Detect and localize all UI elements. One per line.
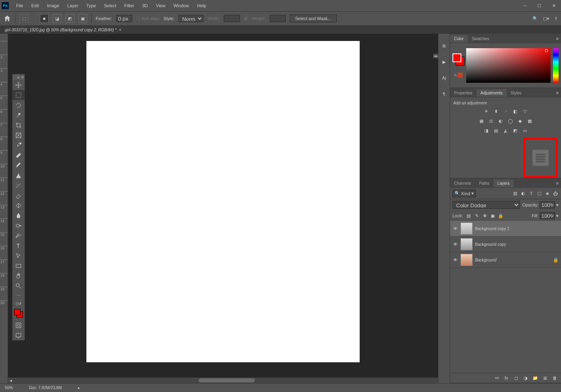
eyedropper-tool[interactable] <box>12 140 25 150</box>
group-icon[interactable]: 📁 <box>532 375 538 381</box>
quick-mask-tool[interactable] <box>12 320 25 330</box>
brush-tool[interactable] <box>12 160 25 170</box>
share-icon[interactable]: ⇪ <box>554 16 558 21</box>
posterize-icon[interactable]: ▤ <box>492 127 500 134</box>
blur-tool[interactable] <box>12 210 25 220</box>
adjustment-layer-icon[interactable]: ◑ <box>522 375 529 381</box>
visibility-icon[interactable]: 👁 <box>452 226 458 231</box>
invert-icon[interactable]: ◨ <box>483 127 490 134</box>
paths-tab[interactable]: Paths <box>475 180 493 187</box>
color-balance-icon[interactable]: ⚖ <box>487 117 495 125</box>
lasso-tool[interactable] <box>12 100 25 110</box>
visibility-icon[interactable]: 👁 <box>452 241 458 247</box>
layer-thumbnail[interactable] <box>461 238 473 250</box>
menu-help[interactable]: Help <box>194 2 210 10</box>
screen-mode-tool[interactable] <box>12 330 25 340</box>
new-layer-icon[interactable]: ⊞ <box>542 375 548 381</box>
color-tab[interactable]: Color <box>450 35 468 43</box>
select-and-mask-button[interactable]: Select and Mask... <box>290 14 337 22</box>
healing-brush-tool[interactable] <box>12 150 25 160</box>
marquee-tool-preset[interactable]: ⬚ <box>20 14 29 23</box>
photo-filter-icon[interactable]: ◯ <box>507 117 514 125</box>
filter-adjustment-icon[interactable]: ◐ <box>520 190 526 197</box>
layer-item[interactable]: 👁 Background copy <box>450 237 561 252</box>
move-tool[interactable] <box>12 80 25 90</box>
layers-tab[interactable]: Layers <box>493 180 514 187</box>
fill-chevron[interactable]: ▾ <box>556 213 559 218</box>
menu-3d[interactable]: 3D <box>139 2 151 10</box>
layer-mask-icon[interactable]: ◻ <box>513 375 519 381</box>
lock-transparent-icon[interactable]: ▨ <box>465 212 472 219</box>
magic-wand-tool[interactable] <box>12 110 25 120</box>
panel-menu-icon[interactable]: ≡ <box>554 36 561 41</box>
menu-layer[interactable]: Layer <box>64 2 82 10</box>
layer-item[interactable]: 👁 Background copy 2 <box>450 221 561 237</box>
minimize-button[interactable]: ─ <box>519 2 530 10</box>
menu-view[interactable]: View <box>153 2 169 10</box>
character-panel-icon[interactable]: A| <box>440 74 448 82</box>
hand-tool[interactable] <box>12 271 25 281</box>
canvas[interactable] <box>86 41 360 362</box>
style-select[interactable]: Normal <box>178 15 203 22</box>
threshold-icon[interactable]: ◭ <box>502 127 509 134</box>
brightness-contrast-icon[interactable]: ☀ <box>483 108 490 115</box>
horizontal-scrollbar[interactable]: ◂ <box>8 378 438 383</box>
layer-name[interactable]: Background copy 2 <box>475 227 559 231</box>
channels-tab[interactable]: Channels <box>450 180 475 187</box>
maximize-button[interactable]: ☐ <box>534 2 545 10</box>
scroll-left-icon[interactable]: ◂ <box>8 378 14 383</box>
menu-edit[interactable]: Edit <box>28 2 42 10</box>
delete-layer-icon[interactable]: 🗑 <box>551 375 558 381</box>
actions-panel-icon[interactable]: ▶ <box>440 58 448 66</box>
type-tool[interactable]: T <box>12 241 25 251</box>
filter-pixel-icon[interactable]: ▨ <box>512 190 518 197</box>
layer-thumbnail[interactable] <box>461 223 473 235</box>
levels-icon[interactable]: ⬍ <box>492 108 500 115</box>
feather-input[interactable] <box>116 15 132 22</box>
new-selection-button[interactable]: ■ <box>40 14 49 23</box>
lock-artboard-icon[interactable]: ▣ <box>489 212 496 219</box>
canvas-area[interactable] <box>8 34 438 383</box>
color-field[interactable] <box>466 48 551 83</box>
blend-mode-select[interactable]: Color Dodge <box>452 201 520 209</box>
marquee-tool[interactable] <box>12 90 25 100</box>
layer-style-icon[interactable]: fx <box>503 375 510 381</box>
history-panel-icon[interactable]: ⧉ <box>440 42 448 50</box>
filter-shape-icon[interactable]: ▢ <box>536 190 543 197</box>
opacity-chevron[interactable]: ▾ <box>556 202 559 208</box>
visibility-icon[interactable]: 👁 <box>452 257 458 263</box>
frame-tool[interactable] <box>12 130 25 140</box>
menu-window[interactable]: Window <box>170 2 192 10</box>
clone-stamp-tool[interactable] <box>12 170 25 180</box>
lock-position-icon[interactable]: ✥ <box>481 212 488 219</box>
swap-colors-icon[interactable]: ◻↺ <box>12 301 25 306</box>
toolbox-header[interactable]: »× <box>12 74 25 80</box>
add-selection-button[interactable]: ◪ <box>53 14 61 23</box>
exposure-icon[interactable]: ◧ <box>512 108 519 115</box>
curves-icon[interactable]: ⟋ <box>502 108 509 115</box>
rectangle-tool[interactable] <box>12 261 25 271</box>
lock-image-icon[interactable]: ✎ <box>473 212 480 219</box>
panel-menu-icon[interactable]: ≡ <box>554 181 561 186</box>
black-white-icon[interactable]: ◐ <box>497 117 504 125</box>
search-icon[interactable]: 🔍 <box>532 16 538 21</box>
filter-type-icon[interactable]: T <box>528 190 534 197</box>
layer-name[interactable]: Background copy <box>475 242 559 247</box>
hue-slider[interactable] <box>553 48 559 83</box>
zoom-level[interactable]: 50% <box>5 386 13 390</box>
pen-tool[interactable] <box>12 231 25 241</box>
gradient-tool[interactable] <box>12 200 25 210</box>
doc-size[interactable]: Doc: 7,92M/23,8M <box>29 386 62 390</box>
lock-all-icon[interactable]: 🔒 <box>498 212 504 219</box>
filter-smart-icon[interactable]: ◈ <box>544 190 551 197</box>
home-icon[interactable] <box>3 14 11 22</box>
workspace-switcher-icon[interactable]: ▢▾ <box>543 16 549 21</box>
menu-select[interactable]: Select <box>101 2 120 10</box>
color-lookup-icon[interactable]: ▩ <box>526 117 533 125</box>
menu-type[interactable]: Type <box>83 2 99 10</box>
link-layers-icon[interactable]: ⚯ <box>493 375 500 381</box>
expand-panels-icon[interactable]: ◂◂ <box>433 54 438 58</box>
color-swatches[interactable] <box>13 307 24 319</box>
dodge-tool[interactable] <box>12 220 25 231</box>
status-chevron-icon[interactable]: ▸ <box>78 386 80 390</box>
